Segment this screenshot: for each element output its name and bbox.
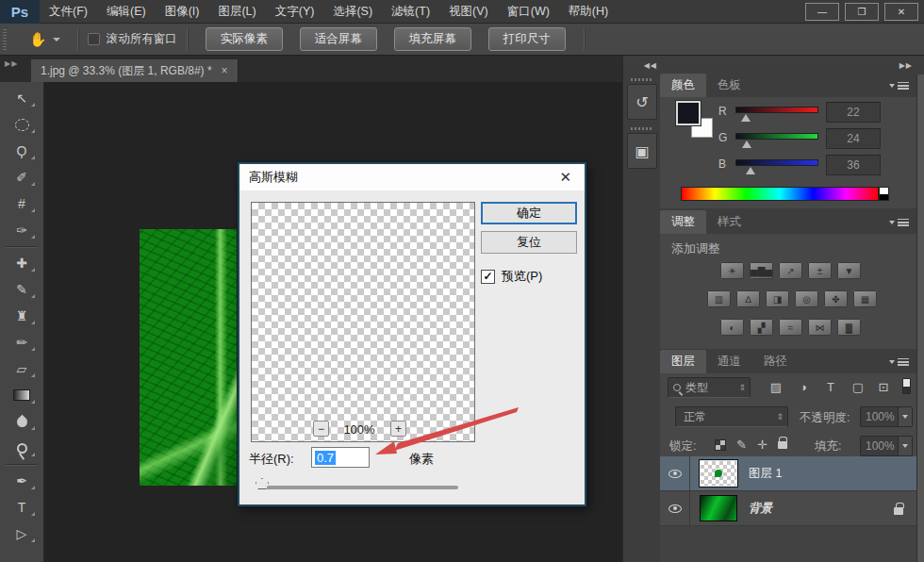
menu-type[interactable]: 文字(Y) <box>266 0 324 24</box>
smart-object-filter-icon[interactable]: ⊡ <box>873 380 894 394</box>
zoom-in-button[interactable]: + <box>390 421 406 437</box>
vibrance-icon[interactable]: ▼ <box>837 262 861 279</box>
channel-mixer-icon[interactable]: ✤ <box>824 290 848 307</box>
document-tab[interactable]: 1.jpg @ 33.3% (图层 1, RGB/8#) * × <box>31 59 239 82</box>
lasso-tool[interactable]: Ϙ <box>3 138 41 164</box>
curves-icon[interactable]: ↗ <box>779 262 802 279</box>
selective-color-icon[interactable]: ▓ <box>837 319 861 336</box>
clone-stamp-tool[interactable]: ♜ <box>3 303 41 329</box>
green-value-field[interactable]: 24 <box>826 128 881 149</box>
collapse-dock-icon[interactable]: ◀◀ <box>644 61 657 70</box>
red-value-field[interactable]: 22 <box>826 102 881 123</box>
eye-icon[interactable] <box>668 470 682 478</box>
green-slider[interactable] <box>735 133 818 140</box>
dropdown-arrow-icon[interactable] <box>898 407 912 426</box>
dropdown-arrow-icon[interactable] <box>898 437 912 455</box>
layer1-thumbnail[interactable] <box>700 460 737 487</box>
panel-menu-icon[interactable] <box>889 82 909 90</box>
layer-row-background[interactable]: 背景 <box>660 491 916 526</box>
brightness-contrast-icon[interactable]: ☀ <box>720 262 744 279</box>
gradient-map-icon[interactable]: ⋈ <box>808 319 832 336</box>
properties-panel-button[interactable]: ▣ <box>627 133 657 169</box>
spectrum-end-swatches[interactable] <box>879 187 889 201</box>
tab-adjustments[interactable]: 调整 <box>660 210 706 234</box>
pen-tool[interactable]: ✒ <box>3 468 41 494</box>
blur-preview-box[interactable] <box>251 202 475 442</box>
collapse-panels-icon[interactable]: ▶▶ <box>899 61 913 70</box>
menu-layer[interactable]: 图层(L) <box>208 0 265 24</box>
hand-tool-dropdown-icon[interactable] <box>53 38 60 41</box>
zoom-out-button[interactable]: − <box>313 421 329 437</box>
black-white-icon[interactable]: ◨ <box>766 290 789 307</box>
layer-row-layer1[interactable]: 图层 1 <box>660 456 916 491</box>
path-select-tool[interactable]: ▷ <box>3 521 41 547</box>
menu-image[interactable]: 图像(I) <box>156 0 209 24</box>
fill-select[interactable]: 100% <box>860 436 913 456</box>
color-lookup-icon[interactable]: ▦ <box>853 290 877 307</box>
fill-screen-button[interactable]: 填充屏幕 <box>394 27 471 51</box>
tab-paths[interactable]: 路径 <box>752 350 799 373</box>
eyedropper-tool[interactable]: ✑ <box>3 217 41 243</box>
exposure-icon[interactable]: ± <box>808 262 832 279</box>
black-swatch[interactable] <box>880 194 888 201</box>
color-balance-icon[interactable]: ∆ <box>736 290 760 307</box>
menu-select[interactable]: 选择(S) <box>323 0 382 24</box>
dodge-tool[interactable] <box>3 435 41 461</box>
red-slider-thumb[interactable] <box>741 114 751 122</box>
scroll-all-windows-checkbox[interactable] <box>88 33 100 45</box>
levels-icon[interactable]: ▅▇▅ <box>750 262 773 279</box>
ok-button[interactable]: 确定 <box>481 202 577 224</box>
print-size-button[interactable]: 打印尺寸 <box>488 27 566 51</box>
pixel-layer-filter-icon[interactable]: ▨ <box>766 380 786 394</box>
hue-saturation-icon[interactable]: ▥ <box>707 290 731 307</box>
color-spectrum-ramp[interactable] <box>681 187 879 201</box>
menu-view[interactable]: 视图(V) <box>439 0 498 24</box>
menu-edit[interactable]: 编辑(E) <box>97 0 156 24</box>
reset-button[interactable]: 复位 <box>481 231 577 254</box>
visibility-cell[interactable] <box>660 456 690 490</box>
document-tab-close-icon[interactable]: × <box>222 64 228 77</box>
expand-dock-icon[interactable]: ▶▶ <box>5 59 18 68</box>
dialog-close-icon[interactable]: ✕ <box>555 169 575 186</box>
radius-input[interactable]: 0.7 <box>311 447 370 468</box>
history-brush-tool[interactable]: ✏ <box>3 329 41 355</box>
layer-filter-type-combo[interactable]: 类型 ⇕ <box>668 377 751 398</box>
menu-window[interactable]: 窗口(W) <box>498 0 559 24</box>
opacity-select[interactable]: 100% <box>860 406 913 427</box>
lock-pixels-brush-icon[interactable]: ✎ <box>736 438 747 452</box>
maximize-button[interactable]: ❐ <box>845 3 879 21</box>
posterize-icon[interactable]: ▞ <box>750 319 773 336</box>
layer-filter-toggle[interactable] <box>902 378 911 394</box>
blend-mode-select[interactable]: 正常 ⇕ <box>675 406 788 427</box>
lock-position-icon[interactable]: ✛ <box>757 438 767 452</box>
gradient-tool[interactable] <box>3 382 41 408</box>
type-tool[interactable]: T <box>3 494 41 521</box>
foreground-color-swatch[interactable] <box>676 101 701 125</box>
blue-slider[interactable] <box>735 159 818 166</box>
blue-slider-thumb[interactable] <box>746 167 755 174</box>
blue-value-field[interactable]: 36 <box>826 155 881 175</box>
layer-name[interactable]: 背景 <box>749 501 772 517</box>
blur-tool[interactable] <box>3 408 41 435</box>
panel-menu-icon[interactable] <box>889 358 909 366</box>
menu-help[interactable]: 帮助(H) <box>559 0 618 24</box>
radius-slider-track[interactable] <box>260 486 458 489</box>
menu-filter[interactable]: 滤镜(T) <box>382 0 439 24</box>
eye-icon[interactable] <box>668 504 682 513</box>
dialog-title-bar[interactable]: 高斯模糊 ✕ <box>239 164 585 190</box>
menu-file[interactable]: 文件(F) <box>40 0 97 24</box>
tab-channels[interactable]: 通道 <box>706 350 752 373</box>
green-slider-thumb[interactable] <box>742 140 751 148</box>
crop-tool[interactable]: # <box>3 190 41 217</box>
red-slider[interactable] <box>735 107 818 113</box>
spot-healing-tool[interactable]: ✚ <box>3 250 41 276</box>
panel-menu-icon[interactable] <box>889 219 909 226</box>
background-thumbnail[interactable] <box>700 495 737 521</box>
layer-name[interactable]: 图层 1 <box>749 466 782 482</box>
shape-layer-filter-icon[interactable]: ▢ <box>848 380 868 394</box>
lock-all-icon[interactable] <box>778 441 787 449</box>
move-tool[interactable]: ↖ <box>3 85 41 111</box>
adjustment-layer-filter-icon[interactable]: ◑ <box>793 380 814 394</box>
brush-tool[interactable]: ✎ <box>3 276 41 303</box>
close-button[interactable]: ✕ <box>884 3 918 21</box>
